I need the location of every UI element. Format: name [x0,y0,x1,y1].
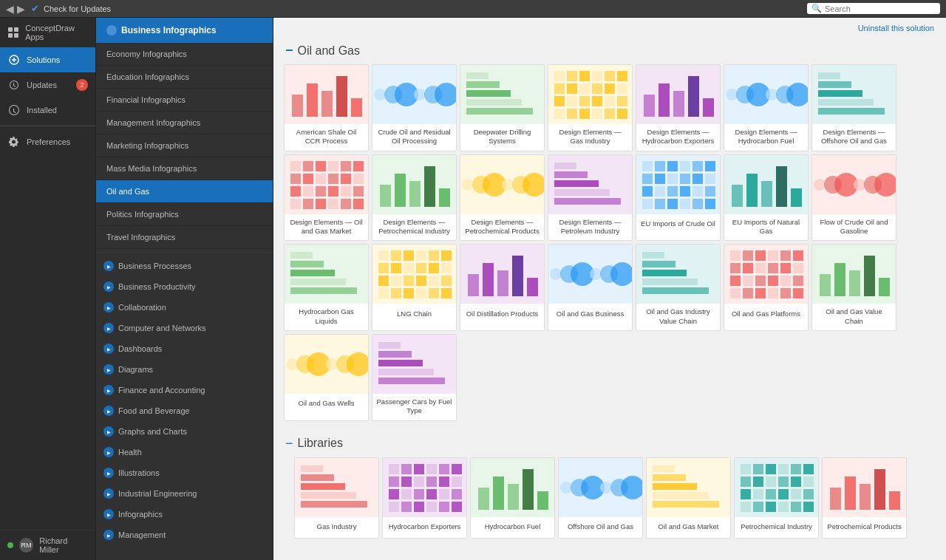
forward-button[interactable]: ▶ [17,3,25,15]
sidebar-item-apps[interactable]: ConceptDraw Apps [0,18,95,47]
svg-rect-74 [353,161,364,171]
card-item[interactable]: Flow of Crude Oil and Gasoline [811,154,896,242]
svg-rect-207 [730,263,741,273]
mid-nav-cat-graphs-charts[interactable]: Graphs and Charts [96,421,273,442]
card-item[interactable]: Passenger Cars by Fuel Type [372,334,457,421]
collapse-libraries-button[interactable]: − [285,436,293,451]
check-icon: ✔ [31,3,39,14]
svg-rect-113 [642,161,653,171]
mid-nav-massmedia[interactable]: Mass Media Infographics [96,157,273,180]
svg-rect-302 [753,477,763,487]
svg-rect-66 [818,99,874,106]
card-item[interactable]: Deepwater Drilling Systems [460,64,545,151]
mid-nav-economy[interactable]: Economy Infographics [96,43,273,66]
svg-rect-78 [328,174,338,184]
mid-nav-cat-dashboards[interactable]: Dashboards [96,338,273,359]
card-item[interactable]: Oil and Gas Value Chain [811,244,896,331]
svg-rect-259 [414,477,424,487]
category-circle-icon-6 [103,385,114,395]
mid-nav-cat-management[interactable]: Management [96,525,273,545]
card-item[interactable]: EU Imports of Crude Oil [636,154,721,242]
mid-nav-financial[interactable]: Financial Infographics [96,89,273,112]
back-button[interactable]: ◀ [6,3,14,15]
svg-rect-262 [452,477,462,487]
mid-nav-cat-diagrams[interactable]: Diagrams [96,359,273,380]
card-item[interactable]: Design Elements — Gas Industry [548,64,633,151]
mid-nav-cat-computer-networks[interactable]: Computer and Networks [96,318,273,338]
card-item[interactable]: Design Elements — Petrochemical Industry [372,154,457,242]
svg-rect-198 [642,279,698,285]
svg-rect-117 [693,161,703,171]
search-input[interactable] [825,4,936,13]
card-item[interactable]: Offshore Oil and Gas [558,457,643,539]
card-item[interactable]: Design Elements — Oil and Gas Market [284,154,369,242]
svg-rect-277 [493,477,504,510]
mid-nav-circle-icon [106,25,117,35]
card-item[interactable]: Design Elements — Hydrocarbon Fuel [724,64,809,151]
card-item[interactable]: Hydrocarbon Gas Liquids [284,244,369,331]
card-item[interactable]: Design Elements — Offshore Oil and Gas [811,64,896,151]
card-item[interactable]: American Shale Oil CCR Process [284,64,369,151]
svg-rect-31 [554,83,565,94]
svg-rect-84 [328,186,338,197]
mid-nav-politics[interactable]: Politics Infographics [96,203,273,226]
mid-nav-management[interactable]: Management Infographics [96,112,273,134]
category-circle-icon-3 [103,323,114,333]
svg-rect-132 [655,199,665,209]
card-item[interactable]: Design Elements — Petrochemical Products [460,154,545,242]
mid-nav-cat-infographics[interactable]: Infographics [96,504,273,525]
uninstall-link[interactable]: Uninstall this solution [858,24,934,33]
card-item[interactable]: Design Elements — Petroleum Industry [548,154,633,242]
card-item[interactable]: Design Elements — Hydrocarbon Exporters [636,64,721,151]
mid-nav-education[interactable]: Education Infographics [96,66,273,89]
svg-rect-308 [753,489,763,499]
card-item[interactable]: Crude Oil and Residual Oil Processing [372,64,457,151]
card-item[interactable]: Oil and Gas Platforms [724,244,809,331]
svg-rect-65 [818,90,862,97]
card-label: Oil and Gas Value Chain [812,304,896,330]
mid-nav-oilandgas[interactable]: Oil and Gas [96,180,273,203]
mid-nav-cat-health[interactable]: Health [96,442,273,462]
svg-rect-1 [14,27,18,32]
sidebar-item-preferences[interactable]: Preferences [0,129,95,154]
card-item[interactable]: Oil and Gas Industry Value Chain [636,244,721,331]
svg-rect-172 [416,276,426,286]
svg-point-191 [590,268,602,280]
mid-nav-travel[interactable]: Travel Infographics [96,226,273,249]
card-item[interactable]: Petrochemical Products [822,457,907,539]
svg-rect-120 [655,174,665,184]
sidebar-item-updates[interactable]: Updates 2 [0,72,95,98]
search-box[interactable]: 🔍 [807,3,940,14]
svg-rect-27 [579,71,590,81]
mid-nav-cat-collaboration[interactable]: Collaboration [96,297,273,318]
svg-rect-2 [8,33,13,38]
card-item[interactable]: Gas Industry [294,457,379,539]
svg-rect-215 [755,276,766,286]
card-item[interactable]: Hydrocarbon Exporters [382,457,467,539]
card-item[interactable]: Oil and Gas Wells [284,334,369,421]
mid-nav-cat-food-beverage[interactable]: Food and Beverage [96,400,273,421]
mid-nav-cat-finance[interactable]: Finance and Accounting [96,380,273,400]
svg-rect-241 [378,360,423,366]
card-item[interactable]: EU Imports of Natural Gas [724,154,809,242]
card-item[interactable]: Oil and Gas Market [646,457,731,539]
card-item[interactable]: Hydrocarbon Fuel [470,457,555,539]
mid-nav-cat-industrial[interactable]: Industrial Engineering [96,483,273,504]
svg-rect-110 [554,189,610,196]
mid-nav-marketing[interactable]: Marketing Infographics [96,134,273,157]
card-item[interactable]: Oil and Gas Business [548,244,633,331]
svg-rect-53 [688,76,699,117]
sidebar-item-solutions[interactable]: Solutions [0,47,95,72]
mid-nav-cat-business-processes[interactable]: Business Processes [96,256,273,276]
svg-rect-34 [592,83,602,94]
card-item[interactable]: Oil Distillation Products [460,244,545,331]
svg-rect-75 [290,174,301,184]
sidebar-item-installed[interactable]: Installed [0,98,95,123]
mid-nav-cat-business-productivity[interactable]: Business Productivity [96,276,273,297]
mid-nav-cat-illustrations[interactable]: Illustrations [96,462,273,483]
card-item[interactable]: Petrochemical Industry [734,457,819,539]
svg-rect-214 [743,276,753,286]
card-label: Flow of Crude Oil and Gasoline [812,214,896,241]
collapse-section-button[interactable]: − [285,43,293,58]
card-item[interactable]: LNG Chain [372,244,457,331]
